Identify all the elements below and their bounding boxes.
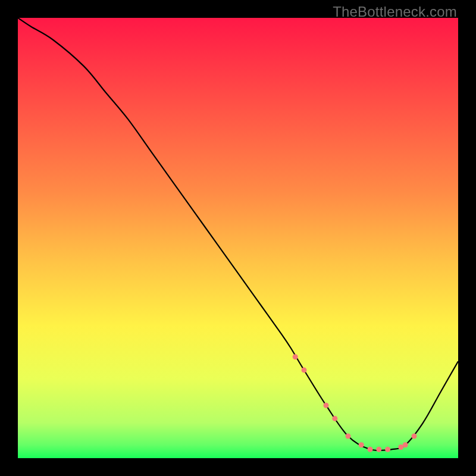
highlight-dot — [302, 368, 307, 373]
highlight-dot — [368, 447, 373, 452]
plot-area — [18, 18, 458, 458]
highlight-dot — [403, 442, 408, 447]
highlight-dot — [385, 447, 390, 452]
curve-layer — [18, 18, 458, 458]
highlight-dot — [376, 447, 381, 452]
bottleneck-curve — [18, 18, 458, 450]
highlight-dot — [346, 434, 351, 439]
highlight-dot — [359, 442, 364, 447]
highlight-dot — [332, 416, 337, 421]
highlight-dot — [293, 354, 298, 359]
highlight-dot — [324, 403, 329, 408]
chart-frame: TheBottleneck.com — [0, 0, 476, 476]
highlight-dot — [412, 434, 417, 439]
optimal-zone-points — [293, 354, 417, 452]
